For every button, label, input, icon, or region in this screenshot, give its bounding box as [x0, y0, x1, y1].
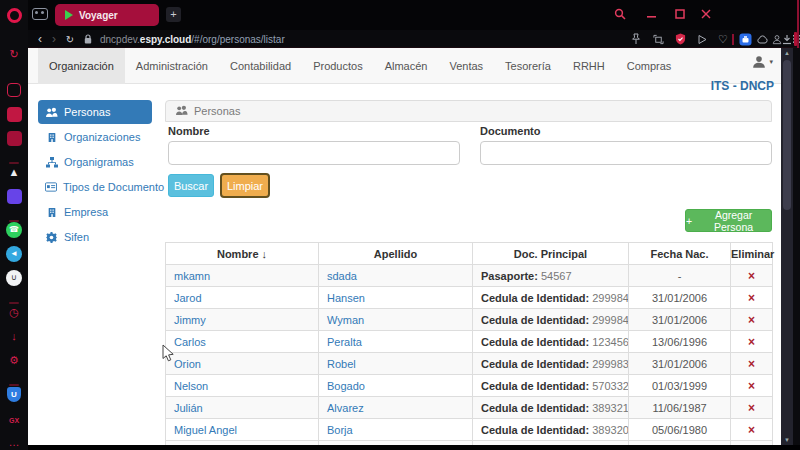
new-tab-button[interactable]: +: [166, 7, 181, 22]
scroll-up-icon[interactable]: ▲: [781, 48, 793, 58]
cell-apellido[interactable]: Peralta: [319, 331, 473, 353]
table-row: CarlosPeraltaCedula de Identidad: 123456…: [166, 331, 773, 353]
cell-nombre[interactable]: Julián: [166, 397, 319, 419]
delete-button[interactable]: ×: [731, 331, 773, 353]
tab-title: Voyager: [79, 10, 118, 21]
delete-button[interactable]: ×: [731, 309, 773, 331]
workspaces-icon[interactable]: [32, 8, 48, 20]
buscar-button[interactable]: Buscar: [168, 174, 214, 197]
player-icon[interactable]: [695, 32, 709, 46]
tab-ventas[interactable]: Ventas: [438, 48, 494, 84]
cell-apellido[interactable]: Bogado: [319, 375, 473, 397]
tab-compras[interactable]: Compras: [616, 48, 683, 84]
cell-apellido[interactable]: Borja: [319, 419, 473, 441]
sidebar-item-tipos-de-documento[interactable]: Tipos de Documento: [38, 175, 152, 199]
pin-icon[interactable]: [629, 32, 643, 46]
cell-nombre[interactable]: Orion: [166, 353, 319, 375]
scrollbar-thumb[interactable]: [783, 60, 791, 210]
tab-tesoreria[interactable]: Tesorería: [494, 48, 562, 84]
address-bar: ‹ › ↻ dncpdev.espy.cloud/#/org/personas/…: [28, 30, 800, 48]
minimize-icon[interactable]: [642, 4, 662, 24]
documento-input[interactable]: [480, 141, 772, 165]
agregar-persona-button[interactable]: + Agregar Persona: [685, 209, 772, 232]
cell-fecha-nac: 01/03/1999: [629, 375, 731, 397]
app-sidebar: PersonasOrganizacionesOrganigramasTipos …: [38, 100, 152, 250]
screen: ↻▲☎◄∪◷↓⚙UGX… Voyager + ‹ › ↻ dncpdev.esp…: [0, 0, 800, 450]
opera-logo-icon[interactable]: [0, 5, 28, 25]
delete-button[interactable]: ×: [731, 397, 773, 419]
cell-fecha-nac: 13/06/1996: [629, 331, 731, 353]
url-text[interactable]: dncpdev.espy.cloud/#/org/personas/listar: [100, 30, 285, 48]
delete-button[interactable]: ×: [731, 353, 773, 375]
sidebar-item-sifen[interactable]: Sifen: [38, 225, 152, 249]
extension-blue-icon[interactable]: [738, 32, 752, 46]
close-icon[interactable]: [696, 4, 716, 24]
delete-button[interactable]: ×: [731, 419, 773, 441]
tab-almacen[interactable]: Almacén: [374, 48, 439, 84]
cell-apellido[interactable]: Robel: [319, 353, 473, 375]
delete-button[interactable]: ×: [731, 287, 773, 309]
heart-icon[interactable]: ♡: [716, 32, 730, 46]
cell-nombre[interactable]: Jimmy: [166, 309, 319, 331]
tab-administracion[interactable]: Administración: [125, 48, 219, 84]
cell-nombre[interactable]: Carlos: [166, 331, 319, 353]
tab-contabilidad[interactable]: Contabilidad: [219, 48, 302, 84]
history-icon[interactable]: ◷: [0, 302, 28, 322]
cell-nombre[interactable]: mkamn: [166, 265, 319, 287]
app-red-icon[interactable]: [0, 104, 28, 124]
users-icon: [45, 107, 58, 118]
sync-cloud-icon[interactable]: [756, 32, 770, 46]
whatsapp-icon[interactable]: ☎: [0, 220, 28, 240]
col-header-nombre[interactable]: Nombre ↓: [166, 243, 319, 265]
discord-icon[interactable]: ∪: [0, 268, 28, 288]
documento-label: Documento: [480, 125, 541, 137]
ublock-icon[interactable]: U: [0, 384, 28, 404]
limpiar-button[interactable]: Limpiar: [220, 173, 270, 198]
sidebar-item-organizaciones[interactable]: Organizaciones: [38, 125, 152, 149]
search-icon[interactable]: [610, 4, 630, 24]
delete-button[interactable]: ×: [731, 265, 773, 287]
app-purple-icon[interactable]: [0, 186, 28, 206]
sidebar-item-personas[interactable]: Personas: [38, 100, 152, 124]
page-scrollbar[interactable]: ▲ ▼: [781, 48, 793, 445]
reload-icon[interactable]: ↻: [64, 30, 76, 48]
redo-icon[interactable]: ↻: [0, 44, 28, 64]
cell-apellido[interactable]: Wyman: [319, 309, 473, 331]
cell-nombre[interactable]: Miguel Angel: [166, 419, 319, 441]
tab-organizacion[interactable]: Organización: [38, 48, 125, 84]
cell-doc-principal: Cedula de Identidad: 2999838: [473, 353, 629, 375]
play-icon: [65, 10, 73, 20]
browser-titlebar: Voyager +: [28, 0, 800, 30]
cell-doc-principal: Cedula de Identidad: 3893215: [473, 397, 629, 419]
cell-nombre[interactable]: Jarod: [166, 287, 319, 309]
col-header-fecha-nac-: Fecha Nac.: [629, 243, 731, 265]
downloads-icon[interactable]: ↓: [0, 326, 28, 346]
browser-tab[interactable]: Voyager: [55, 4, 159, 26]
maximize-icon[interactable]: [670, 4, 690, 24]
more-icon[interactable]: …: [0, 432, 28, 450]
snapshot-icon[interactable]: [651, 32, 665, 46]
settings-icon[interactable]: ⚙: [0, 350, 28, 370]
sidebar-item-organigramas[interactable]: Organigramas: [38, 150, 152, 174]
cell-apellido[interactable]: Hansen: [319, 287, 473, 309]
web-page: OrganizaciónAdministraciónContabilidadPr…: [28, 48, 781, 450]
shield-icon[interactable]: [673, 32, 687, 46]
scroll-down-icon[interactable]: ▼: [781, 435, 793, 445]
telegram-icon[interactable]: ◄: [0, 244, 28, 264]
app-red2-icon[interactable]: [0, 128, 28, 148]
cell-doc-principal: Cedula de Identidad: 3893208: [473, 419, 629, 441]
assistant-icon[interactable]: [0, 80, 28, 100]
user-menu[interactable]: ▾: [752, 55, 773, 69]
gx-icon[interactable]: GX: [0, 410, 28, 430]
tab-productos[interactable]: Productos: [302, 48, 374, 84]
app-white-icon[interactable]: ▲: [0, 162, 28, 182]
forward-icon[interactable]: ›: [48, 30, 60, 48]
cell-nombre[interactable]: Nelson: [166, 375, 319, 397]
sidebar-item-empresa[interactable]: Empresa: [38, 200, 152, 224]
cell-apellido[interactable]: sdada: [319, 265, 473, 287]
delete-button[interactable]: ×: [731, 375, 773, 397]
cell-fecha-nac: -: [629, 265, 731, 287]
tab-rrhh[interactable]: RRHH: [562, 48, 616, 84]
nombre-input[interactable]: [168, 141, 460, 165]
cell-apellido[interactable]: Alvarez: [319, 397, 473, 419]
